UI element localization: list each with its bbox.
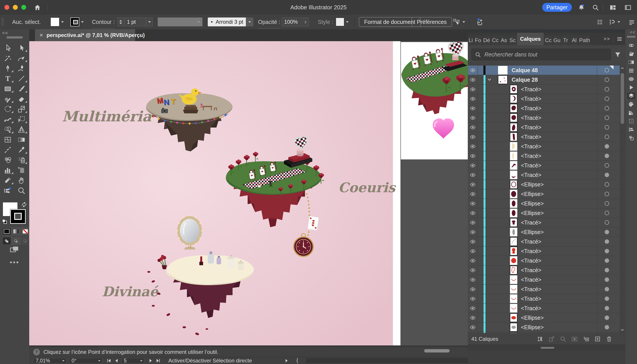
panel-tab-cc[interactable]: Cc bbox=[491, 36, 500, 45]
target-circle[interactable] bbox=[605, 78, 609, 82]
layer-label[interactable]: <Tracé> bbox=[521, 256, 541, 265]
layers-search-field[interactable] bbox=[471, 49, 611, 60]
first-artboard-icon[interactable] bbox=[106, 358, 112, 363]
layer-row[interactable]: Calque 48 bbox=[468, 66, 625, 75]
layer-row[interactable]: <Ellipse> bbox=[468, 189, 625, 199]
stroke-chevron-icon[interactable] bbox=[81, 21, 84, 23]
opacity-field[interactable]: 100% › bbox=[282, 18, 309, 26]
target-circle[interactable] bbox=[605, 268, 609, 272]
draw-behind-button[interactable] bbox=[12, 237, 20, 245]
new-layer-icon[interactable] bbox=[592, 336, 603, 342]
tool-perspective-grid[interactable] bbox=[15, 124, 28, 134]
visibility-eye-icon[interactable] bbox=[470, 153, 476, 159]
gradient-mode-button[interactable] bbox=[12, 228, 20, 235]
layer-label[interactable]: <Tracé> bbox=[521, 142, 541, 151]
layer-label[interactable]: <Tracé> bbox=[521, 294, 541, 303]
tool-rotate[interactable] bbox=[1, 104, 15, 114]
screen-mode-button[interactable] bbox=[8, 245, 21, 254]
target-circle[interactable] bbox=[605, 249, 609, 253]
dock-color-guide-icon[interactable] bbox=[626, 109, 636, 117]
layer-label[interactable]: <Tracé> bbox=[521, 218, 541, 227]
grid-icon[interactable] bbox=[596, 18, 603, 26]
default-fill-stroke-icon[interactable] bbox=[2, 219, 8, 224]
opacity-label[interactable]: Opacité : bbox=[258, 16, 280, 28]
dock-stroke-icon[interactable] bbox=[626, 67, 636, 74]
layer-row[interactable]: <Ellipse> bbox=[468, 180, 625, 189]
layer-row[interactable]: <Tracé> bbox=[468, 132, 625, 142]
help-question-icon[interactable]: ? bbox=[33, 349, 40, 355]
draw-normal-button[interactable] bbox=[2, 237, 11, 245]
fill-chevron-icon[interactable] bbox=[61, 21, 64, 23]
visibility-eye-icon[interactable] bbox=[470, 229, 476, 235]
target-circle[interactable] bbox=[605, 258, 609, 263]
more-tools-button[interactable]: ••• bbox=[0, 258, 29, 266]
visibility-eye-icon[interactable] bbox=[470, 239, 476, 245]
zoom-level-dropdown[interactable]: 7,01% bbox=[33, 358, 67, 364]
visibility-eye-icon[interactable] bbox=[470, 305, 476, 311]
target-circle[interactable] bbox=[605, 230, 609, 234]
layer-row[interactable]: <Tracé> bbox=[468, 294, 625, 304]
tools-grip[interactable] bbox=[7, 36, 23, 38]
target-circle[interactable] bbox=[605, 87, 609, 92]
layer-label[interactable]: <Tracé> bbox=[521, 123, 541, 132]
dock-swatches-icon[interactable] bbox=[626, 100, 636, 108]
tool-type[interactable]: T bbox=[1, 74, 15, 84]
layer-row[interactable]: <Tracé> bbox=[468, 237, 625, 246]
visibility-eye-icon[interactable] bbox=[470, 315, 476, 321]
tool-free-transform[interactable] bbox=[15, 114, 28, 124]
horizontal-scrollbar-thumb[interactable] bbox=[424, 349, 450, 352]
visibility-eye-icon[interactable] bbox=[470, 67, 476, 73]
dock-grip[interactable] bbox=[627, 36, 635, 38]
target-circle[interactable] bbox=[605, 192, 609, 196]
bell-icon[interactable] bbox=[578, 4, 585, 11]
panel-menu-icon[interactable] bbox=[616, 36, 623, 42]
target-circle[interactable] bbox=[605, 154, 609, 158]
layer-label[interactable]: <Tracé> bbox=[521, 246, 541, 256]
panel-tab-dé[interactable]: Dé bbox=[482, 36, 491, 45]
visibility-eye-icon[interactable] bbox=[470, 191, 476, 197]
layer-label[interactable]: <Tracé> bbox=[521, 104, 541, 113]
tool-eyedropper[interactable] bbox=[15, 145, 28, 155]
layer-label[interactable]: <Ellipse> bbox=[521, 322, 544, 332]
fill-swatch[interactable] bbox=[51, 18, 59, 26]
layer-row[interactable]: <Tracé> bbox=[468, 84, 625, 94]
layer-label[interactable]: <Tracé> bbox=[521, 275, 541, 284]
dock-actions-icon[interactable] bbox=[626, 84, 636, 92]
tool-slice[interactable] bbox=[1, 175, 15, 186]
visibility-eye-icon[interactable] bbox=[470, 200, 476, 206]
visibility-eye-icon[interactable] bbox=[470, 124, 476, 130]
target-circle[interactable] bbox=[605, 144, 609, 148]
swap-fill-stroke-icon[interactable] bbox=[21, 202, 28, 208]
tool-curvature[interactable] bbox=[15, 63, 28, 74]
dock-pathfinder-icon[interactable] bbox=[626, 134, 636, 142]
layer-row[interactable]: <Tracé> bbox=[468, 246, 625, 256]
search-input[interactable] bbox=[484, 50, 604, 59]
layer-row[interactable]: <Tracé> bbox=[468, 275, 625, 284]
target-circle[interactable] bbox=[605, 306, 609, 310]
visibility-eye-icon[interactable] bbox=[470, 248, 476, 254]
layer-row[interactable]: <Tracé> bbox=[468, 113, 625, 123]
target-circle[interactable] bbox=[605, 96, 609, 101]
layer-row[interactable]: <Tracé> bbox=[468, 218, 625, 228]
collect-for-export-icon[interactable] bbox=[534, 336, 546, 342]
panel-tab-cc[interactable]: Cc bbox=[544, 36, 553, 45]
tool-paintbrush[interactable] bbox=[15, 84, 28, 94]
layer-label[interactable]: <Ellipse> bbox=[521, 189, 544, 198]
layer-label[interactable]: <Tracé> bbox=[521, 237, 541, 246]
target-circle[interactable] bbox=[605, 278, 609, 282]
layer-label[interactable]: <Ellipse> bbox=[521, 180, 544, 189]
none-mode-button[interactable] bbox=[21, 228, 30, 235]
tool-direct-selection[interactable] bbox=[15, 43, 28, 53]
visibility-eye-icon[interactable] bbox=[470, 144, 476, 150]
layer-row[interactable]: <Tracé> bbox=[468, 94, 625, 104]
visibility-eye-icon[interactable] bbox=[470, 258, 476, 264]
panel-tab-calques[interactable]: Calques bbox=[517, 33, 544, 45]
menu-list-icon[interactable] bbox=[628, 18, 635, 26]
layer-row[interactable]: <Tracé> bbox=[468, 170, 625, 180]
layer-label[interactable]: <Tracé> bbox=[521, 161, 541, 170]
visibility-eye-icon[interactable] bbox=[470, 286, 476, 292]
target-circle[interactable] bbox=[605, 220, 609, 225]
canvas-area[interactable]: M M N N T T bbox=[29, 41, 468, 346]
tool-zoom-tool[interactable] bbox=[15, 186, 28, 196]
layer-label[interactable]: <Tracé> bbox=[521, 284, 541, 294]
